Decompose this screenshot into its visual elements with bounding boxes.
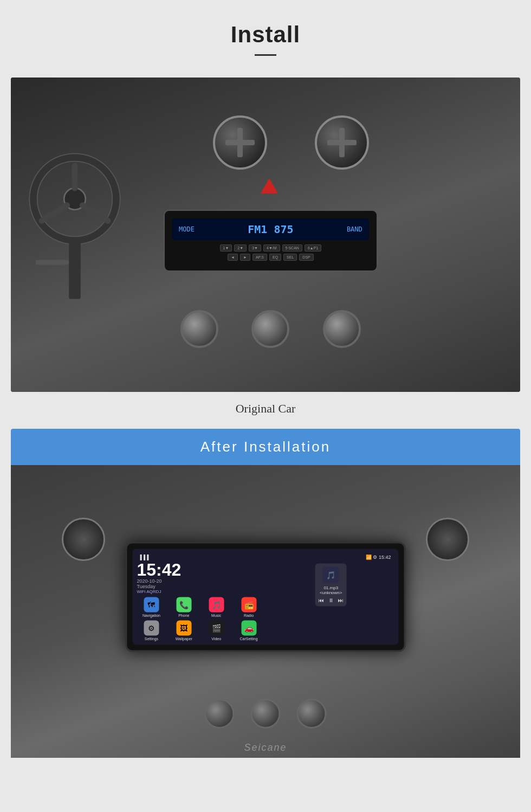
svg-line-4 bbox=[42, 205, 67, 221]
wifi-indicator: WiFi AQRDJ bbox=[137, 589, 264, 594]
after-ac-knob-left bbox=[205, 699, 235, 729]
original-car-caption: Original Car bbox=[236, 392, 296, 429]
android-screen: ▌▌▌ 📶 ⚙ 15:42 15:42 2020-10-20 Tuesday bbox=[133, 549, 399, 645]
music-icon: 🎵 bbox=[209, 597, 224, 613]
radio-body: MODE FM1 875 BAND 1▼ 2▼ 3▼ 4▼/M 5·SCAN 6… bbox=[164, 210, 378, 272]
radio-band-label: BAND bbox=[347, 225, 362, 233]
music-player-icon: 🎵 bbox=[323, 567, 339, 583]
app-settings[interactable]: ⚙ Settings bbox=[137, 621, 166, 641]
radio-btn-2[interactable]: 2▼ bbox=[234, 244, 247, 252]
radio-btn-6[interactable]: 6▲P1 bbox=[305, 244, 321, 252]
app-carsetting-label: CarSetting bbox=[240, 637, 258, 641]
app-music[interactable]: 🎵 Music bbox=[202, 597, 231, 617]
radio-btn-3[interactable]: 3▼ bbox=[249, 244, 261, 252]
ac-knob-left bbox=[180, 310, 218, 348]
phone-icon: 📞 bbox=[176, 597, 191, 613]
cross-v-1 bbox=[237, 128, 243, 157]
vent-cross-right bbox=[326, 126, 358, 159]
page-header: Install bbox=[0, 0, 531, 67]
app-radio[interactable]: 📻 Radio bbox=[234, 597, 263, 617]
android-head-unit: ▌▌▌ 📶 ⚙ 15:42 15:42 2020-10-20 Tuesday bbox=[126, 542, 406, 652]
svg-rect-7 bbox=[36, 260, 69, 265]
after-installation-photo: ▌▌▌ 📶 ⚙ 15:42 15:42 2020-10-20 Tuesday bbox=[11, 465, 520, 758]
radio-btn-4[interactable]: 4▼/M bbox=[263, 244, 280, 252]
android-date-display: 2020-10-20 bbox=[137, 578, 264, 584]
signal-icon: ▌▌▌ bbox=[140, 555, 151, 560]
radio-head-unit: MODE FM1 875 BAND 1▼ 2▼ 3▼ 4▼/M 5·SCAN 6… bbox=[164, 210, 378, 272]
radio-mode-label: MODE bbox=[179, 225, 195, 233]
after-installation-header: After Installation bbox=[11, 429, 520, 465]
song-artist: <unknown> bbox=[319, 590, 344, 595]
radio-control-row: ◄ ► AP.S EQ SEL DSP bbox=[172, 254, 369, 261]
app-carsetting[interactable]: 🚗 CarSetting bbox=[234, 621, 263, 641]
music-player: 🎵 01.mp3 <unknown> ⏮ ⏸ ⏭ bbox=[315, 564, 347, 607]
title-divider bbox=[255, 54, 276, 56]
radio-btn-1[interactable]: 1▼ bbox=[220, 244, 232, 252]
vent-left bbox=[213, 115, 267, 170]
radio-eq[interactable]: EQ bbox=[269, 254, 281, 261]
android-left-panel: 15:42 2020-10-20 Tuesday WiFi AQRDJ bbox=[137, 561, 264, 641]
after-installation-section: After Installation ▌▌▌ 📶 ⚙ 15:42 bbox=[11, 429, 520, 758]
radio-next[interactable]: ► bbox=[240, 254, 250, 261]
after-vent-right bbox=[426, 518, 469, 561]
video-icon: 🎬 bbox=[209, 621, 224, 636]
ac-controls bbox=[164, 310, 378, 348]
android-clock: 15:42 bbox=[137, 561, 264, 578]
app-wallpaper[interactable]: 🖼 Wallpaper bbox=[169, 621, 198, 641]
carsetting-icon: 🚗 bbox=[241, 621, 256, 636]
android-main-content: 15:42 2020-10-20 Tuesday WiFi AQRDJ bbox=[137, 561, 394, 641]
radio-preset-row: 1▼ 2▼ 3▼ 4▼/M 5·SCAN 6▲P1 bbox=[172, 244, 369, 252]
next-button[interactable]: ⏭ bbox=[338, 597, 344, 603]
vent-right bbox=[315, 115, 369, 170]
vent-cross-left bbox=[224, 126, 256, 159]
app-wallpaper-label: Wallpaper bbox=[176, 637, 192, 641]
app-phone-label: Phone bbox=[178, 614, 189, 617]
brand-watermark: Seicane bbox=[244, 742, 287, 753]
radio-aps[interactable]: AP.S bbox=[252, 254, 267, 261]
music-controls: ⏮ ⏸ ⏭ bbox=[319, 597, 344, 603]
settings-icon: ⚙ bbox=[144, 621, 159, 636]
radio-icon: 📻 bbox=[241, 597, 256, 613]
wifi-label: WiFi bbox=[137, 589, 146, 594]
android-unit-body: ▌▌▌ 📶 ⚙ 15:42 15:42 2020-10-20 Tuesday bbox=[126, 542, 406, 652]
ac-knob-right bbox=[323, 310, 361, 348]
android-right-panel: 🎵 01.mp3 <unknown> ⏮ ⏸ ⏭ bbox=[268, 561, 394, 641]
radio-frequency: FM1 875 bbox=[248, 223, 293, 236]
air-vents-row bbox=[189, 115, 393, 170]
cross-v-2 bbox=[339, 128, 345, 157]
app-grid: 🗺 Navigation 📞 Phone 🎵 bbox=[137, 597, 264, 641]
ac-knob-center bbox=[251, 310, 289, 348]
original-car-photo: MODE FM1 875 BAND 1▼ 2▼ 3▼ 4▼/M 5·SCAN 6… bbox=[11, 78, 520, 392]
app-radio-label: Radio bbox=[244, 614, 254, 617]
svg-line-5 bbox=[83, 205, 108, 221]
original-car-section: MODE FM1 875 BAND 1▼ 2▼ 3▼ 4▼/M 5·SCAN 6… bbox=[0, 67, 531, 758]
app-navigation[interactable]: 🗺 Navigation bbox=[137, 597, 166, 617]
app-video-label: Video bbox=[211, 637, 221, 641]
app-phone[interactable]: 📞 Phone bbox=[169, 597, 198, 617]
svg-rect-6 bbox=[69, 241, 81, 299]
android-time-display: 15:42 2020-10-20 Tuesday bbox=[137, 561, 264, 589]
play-pause-button[interactable]: ⏸ bbox=[328, 597, 334, 603]
page-title: Install bbox=[0, 22, 531, 48]
app-settings-label: Settings bbox=[145, 637, 158, 641]
after-ac-controls bbox=[205, 699, 327, 729]
hazard-triangle bbox=[261, 178, 278, 194]
app-music-label: Music bbox=[211, 614, 221, 617]
original-car-image: MODE FM1 875 BAND 1▼ 2▼ 3▼ 4▼/M 5·SCAN 6… bbox=[11, 78, 520, 392]
app-video[interactable]: 🎬 Video bbox=[202, 621, 231, 641]
android-day-display: Tuesday bbox=[137, 584, 264, 589]
app-nav-label: Navigation bbox=[143, 614, 160, 617]
radio-display: MODE FM1 875 BAND bbox=[172, 218, 369, 240]
after-ac-knob-center bbox=[251, 699, 281, 729]
song-name: 01.mp3 bbox=[319, 585, 344, 590]
radio-dsp[interactable]: DSP bbox=[299, 254, 313, 261]
steering-wheel-area bbox=[26, 125, 161, 392]
wifi-name: AQRDJ bbox=[146, 589, 161, 594]
radio-prev[interactable]: ◄ bbox=[228, 254, 238, 261]
radio-sel[interactable]: SEL bbox=[283, 254, 297, 261]
status-icons: 📶 ⚙ 15:42 bbox=[366, 555, 391, 560]
prev-button[interactable]: ⏮ bbox=[319, 597, 324, 603]
navigation-icon: 🗺 bbox=[144, 597, 159, 613]
after-vent-left bbox=[62, 518, 105, 561]
radio-btn-5[interactable]: 5·SCAN bbox=[282, 244, 302, 252]
